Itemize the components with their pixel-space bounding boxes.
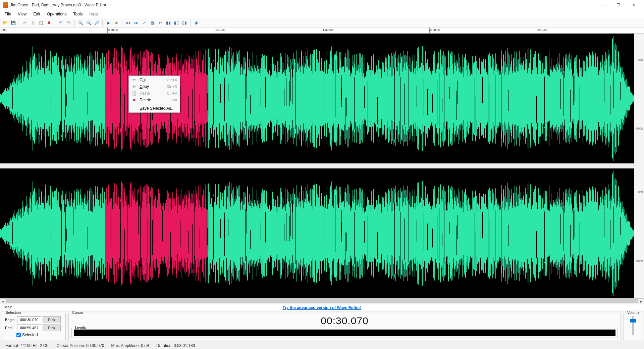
status-duration: Duration: 0:03:01.186	[154, 343, 198, 348]
toolbar-separator	[122, 20, 122, 26]
scroll-left-icon[interactable]: ◂	[0, 299, 6, 304]
ruler-tick-label: 1:00.00	[215, 28, 225, 32]
status-bar: Format: 44100 Hz, 2 Ch. Cursor Position:…	[0, 342, 644, 349]
back-icon[interactable]: ↩	[157, 19, 164, 27]
zoom-in-icon[interactable]: 🔍	[77, 19, 84, 27]
cut-icon: ✂	[131, 78, 137, 82]
cut-icon[interactable]: ✂	[21, 19, 29, 27]
context-menu-label: Delete	[140, 98, 169, 102]
context-menu-label: Paste	[140, 91, 164, 96]
waveform-area[interactable]: ✂CutCtrl+X⎘CopyCtrl+C📋PasteCtrl+V✖Delete…	[0, 34, 644, 298]
begin-pick-button[interactable]: Pick	[43, 316, 61, 323]
promo-link[interactable]: Try the advanced version of Wave Editor!	[283, 305, 362, 310]
paste-icon: 📋	[131, 91, 137, 96]
channel-left[interactable]	[0, 34, 634, 163]
volume-slider[interactable]	[629, 316, 637, 335]
eq1-icon[interactable]: ▮▮	[165, 19, 172, 27]
toolbar: 📂 💾 ✂ ⎘ 📋 ✖ ↶ ↷ 🔍 🔍 🔎 ▶ ■ ⏮ ⏭ ↗ ▦ ↩ ▮▮ ▮…	[0, 18, 644, 28]
time-ruler[interactable]: 0.000:30.001:00.001:30.002:00.002:30.003…	[0, 28, 644, 34]
app-icon	[3, 2, 8, 8]
context-menu-item[interactable]: Save Selected As...	[129, 105, 179, 112]
menu-edit[interactable]: Edit	[30, 10, 44, 18]
menu-file[interactable]: File	[1, 10, 14, 18]
horizontal-scrollbar[interactable]: ◂ ▸	[0, 298, 644, 304]
grid-icon[interactable]: ▦	[149, 19, 156, 27]
context-menu-item[interactable]: ⎘CopyCtrl+C	[129, 83, 179, 90]
selection-legend: Selection	[4, 310, 22, 314]
delete-icon: ✖	[131, 98, 137, 102]
zoom-fit-icon[interactable]: 🔎	[93, 19, 100, 27]
menu-tools[interactable]: Tools	[70, 10, 86, 18]
end-label: End:	[5, 326, 16, 330]
scroll-right-icon[interactable]: ▸	[638, 299, 644, 304]
ruler-tick-label: 0.00	[1, 28, 7, 32]
context-menu: ✂CutCtrl+X⎘CopyCtrl+C📋PasteCtrl+V✖Delete…	[128, 76, 180, 113]
loop-icon[interactable]: ↗	[141, 19, 148, 27]
end-pick-button[interactable]: Pick	[43, 325, 61, 331]
cursor-time: 00:30.070	[71, 315, 618, 327]
eq2-icon[interactable]: ▮▯	[173, 19, 180, 27]
db-label: -90db	[635, 259, 643, 263]
selection-panel: Selection Begin: Pick End: Pick Selected	[2, 313, 66, 340]
context-menu-label: Save Selected As...	[140, 106, 174, 111]
promo-bar: Main Try the advanced version of Wave Ed…	[0, 304, 644, 311]
toolbar-separator	[74, 20, 75, 26]
end-input[interactable]	[17, 325, 41, 331]
context-menu-item: 📋PasteCtrl+V	[129, 90, 179, 97]
context-menu-item[interactable]: ✂CutCtrl+X	[129, 77, 179, 83]
context-menu-label: Cut	[140, 78, 164, 82]
levels-panel: Levels	[71, 328, 618, 338]
copy-icon[interactable]: ⎘	[29, 19, 37, 27]
channel-separator	[0, 163, 634, 169]
lower-panels: Selection Begin: Pick End: Pick Selected…	[0, 311, 644, 342]
scrollbar-thumb[interactable]	[6, 299, 638, 303]
menu-operations[interactable]: Operations	[44, 10, 70, 18]
stop-icon[interactable]: ■	[113, 19, 120, 27]
tab-main[interactable]: Main	[1, 304, 16, 310]
toolbar-separator	[55, 20, 55, 26]
selected-label: Selected	[22, 333, 38, 337]
levels-meter	[74, 330, 615, 336]
eq3-icon[interactable]: ▯▮	[181, 19, 188, 27]
close-button[interactable]: ✕	[626, 0, 641, 10]
zoom-out-icon[interactable]: 🔍	[85, 19, 92, 27]
status-cursor: Cursor Position: 00:30.070	[54, 343, 107, 348]
context-menu-shortcut: Ctrl+X	[167, 78, 177, 82]
skip-start-icon[interactable]: ⏮	[124, 19, 132, 27]
channel-right[interactable]	[0, 168, 634, 298]
paste-icon[interactable]: 📋	[37, 19, 45, 27]
begin-input[interactable]	[17, 316, 41, 323]
maximize-button[interactable]: ☐	[610, 0, 626, 10]
volume-thumb[interactable]	[630, 319, 636, 322]
open-icon[interactable]: 📂	[1, 19, 9, 27]
cursor-panel: Cursor 00:30.070 Levels	[68, 313, 621, 340]
status-amplitude: Max. Amplitude: 0 dB	[108, 343, 152, 348]
minimize-button[interactable]: ─	[595, 0, 610, 10]
menu-view[interactable]: View	[14, 10, 30, 18]
ruler-tick-label: 2:30.00	[537, 28, 547, 32]
db-label: 0db	[638, 190, 643, 194]
undo-icon[interactable]: ↶	[57, 19, 64, 27]
skip-end-icon[interactable]: ⏭	[132, 19, 140, 27]
menu-help[interactable]: Help	[86, 10, 101, 18]
save-icon[interactable]: 💾	[9, 19, 17, 27]
ruler-tick-label: 2:00.00	[430, 28, 440, 32]
delete-icon[interactable]: ✖	[45, 19, 53, 27]
volume-panel: Volume	[624, 313, 642, 340]
play-icon[interactable]: ▶	[105, 19, 112, 27]
ruler-tick-label: 1:30.00	[323, 28, 333, 32]
context-menu-shortcut: Ctrl+V	[167, 91, 177, 95]
selected-checkbox[interactable]	[16, 333, 21, 337]
redo-icon[interactable]: ↷	[65, 19, 72, 27]
begin-label: Begin:	[5, 318, 16, 322]
ruler-tick-label: 0:30.00	[108, 28, 118, 32]
context-menu-item[interactable]: ✖DeleteDel	[129, 97, 179, 103]
help-icon[interactable]: ◉	[193, 19, 200, 27]
menu-bar: File View Edit Operations Tools Help	[0, 10, 644, 18]
cursor-legend: Cursor	[71, 310, 85, 314]
title-bar: Jim Croce - Bad, Bad Leroy Brown.mp3 - W…	[0, 0, 644, 10]
window-title: Jim Croce - Bad, Bad Leroy Brown.mp3 - W…	[10, 3, 595, 7]
toolbar-separator	[102, 20, 103, 26]
db-label: -90db	[635, 127, 643, 130]
levels-legend: Levels	[74, 326, 87, 330]
